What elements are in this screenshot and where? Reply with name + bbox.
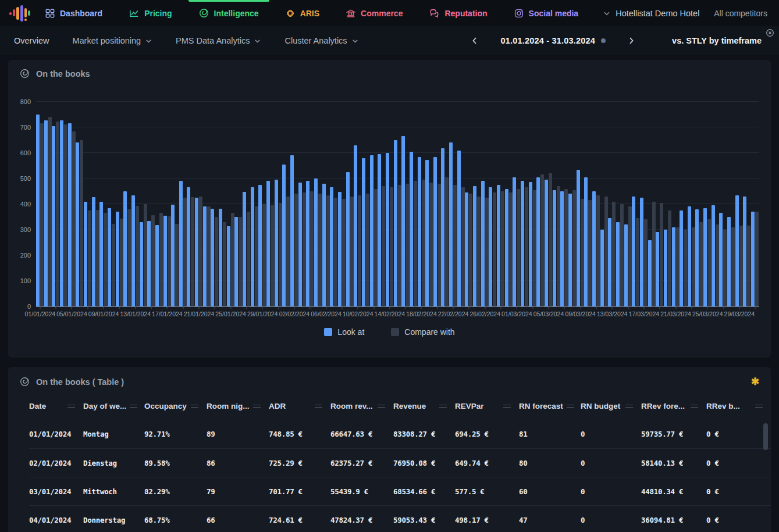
x-axis-tick [135, 306, 136, 309]
look-at-bar [179, 181, 183, 306]
bar-group [140, 102, 147, 306]
column-header-room-rev[interactable]: Room rev... [330, 402, 393, 420]
hotellistat-logo[interactable] [8, 3, 28, 23]
column-menu-icon[interactable] [755, 403, 763, 409]
look-at-bar [536, 177, 540, 306]
look-at-bar [712, 205, 715, 306]
table-cell: 92.71% [144, 420, 207, 448]
remove-compare-button[interactable] [766, 28, 774, 37]
x-axis-tick [72, 306, 72, 309]
all-competitors-selector[interactable]: All competitors [714, 9, 767, 18]
subnav-overview[interactable]: Overview [14, 36, 49, 45]
legend-label: Look at [337, 327, 364, 337]
look-at-bar [505, 189, 508, 306]
next-period-button[interactable] [623, 33, 639, 49]
table-cell: 66647.63 € [330, 420, 393, 448]
x-axis-tick-label: 05/03/2024 [533, 310, 564, 317]
hotel-selector[interactable]: Hotellistat Demo Hotel [603, 9, 699, 18]
compare-with-bar [168, 216, 171, 306]
column-header-rrev-b[interactable]: RRev b... [706, 402, 771, 420]
column-menu-icon[interactable] [625, 403, 633, 409]
column-header-occupancy[interactable]: Occupancy [144, 402, 207, 420]
column-menu-icon[interactable] [439, 403, 447, 409]
x-axis-tick [167, 306, 168, 309]
compare-with-bar [318, 194, 322, 306]
tab-intelligence[interactable]: Intelligence [199, 0, 259, 26]
tab-dashboard[interactable]: Dashboard [45, 0, 102, 26]
tab-aris[interactable]: ARIS [286, 0, 319, 26]
column-header-revenue[interactable]: Revenue [393, 402, 455, 420]
column-header-rn-budget[interactable]: RN budget [581, 402, 641, 420]
compare-with-bar [104, 213, 107, 306]
date-range-display[interactable]: 01.01.2024 - 31.03.2024 [489, 36, 617, 45]
tab-label: Social media [529, 9, 579, 18]
compare-with-bar [374, 189, 378, 306]
compare-with-bar [604, 197, 608, 306]
look-at-bar [727, 217, 731, 306]
tab-social-media[interactable]: Social media [514, 0, 579, 26]
tab-reputation[interactable]: Reputation [429, 0, 487, 26]
column-header-room-nig[interactable]: Room nig... [207, 402, 269, 420]
chevron-left-icon [470, 36, 479, 45]
column-menu-icon[interactable] [67, 403, 75, 409]
table-row: 01/01/2024Montag92.71%89748.85 €66647.63… [29, 420, 771, 448]
column-menu-icon[interactable] [567, 403, 574, 409]
table-cell: Mittwoch [83, 477, 144, 505]
compare-mode-chip[interactable]: vs. STLY by timeframe [672, 36, 762, 45]
subnav-pms-data-analytics[interactable]: PMS Data Analytics [176, 36, 261, 45]
legend-compare-with[interactable]: Compare with [391, 327, 454, 337]
look-at-bar [449, 142, 453, 306]
look-at-bar [354, 145, 357, 306]
column-header-rn-forecast[interactable]: RN forecast [519, 402, 581, 420]
legend-look-at[interactable]: Look at [324, 327, 364, 337]
x-axis-tick [326, 306, 326, 309]
chart-panel-title: On the books [36, 69, 90, 78]
column-menu-icon[interactable] [253, 403, 261, 409]
notes-asterisk-icon[interactable]: ✱ [751, 376, 759, 388]
bar-group [712, 102, 719, 306]
bar-group [163, 102, 171, 306]
compare-with-bar [636, 218, 639, 306]
column-header-adr[interactable]: ADR [269, 402, 330, 420]
bank-icon [346, 9, 355, 18]
compare-with-bar [747, 226, 750, 306]
look-at-bar [84, 202, 87, 306]
intelligence-swirl-icon [199, 8, 209, 18]
table-vertical-scrollbar[interactable] [763, 423, 768, 450]
bar-group [553, 102, 560, 306]
column-header-date[interactable]: Date [29, 402, 83, 420]
previous-period-button[interactable] [467, 33, 483, 49]
column-menu-icon[interactable] [691, 403, 698, 409]
look-at-bar [640, 198, 643, 306]
compare-with-bar [326, 195, 330, 306]
column-menu-icon[interactable] [503, 403, 511, 409]
x-axis-tick-label: 13/01/2024 [120, 310, 151, 317]
column-menu-icon[interactable] [315, 403, 322, 409]
compare-with-bar [469, 194, 472, 306]
tab-commerce[interactable]: Commerce [346, 0, 403, 26]
table-cell: 0 € [706, 506, 771, 532]
column-menu-icon[interactable] [130, 403, 137, 409]
column-header-rrev-fore[interactable]: RRev fore... [641, 402, 706, 420]
legend-label: Compare with [404, 327, 454, 337]
tab-pricing[interactable]: Pricing [129, 0, 172, 26]
table-header-row: DateDay of we...OccupancyRoom nig...ADRR… [29, 402, 771, 420]
look-at-bar [314, 178, 318, 306]
subnav-cluster-analytics[interactable]: Cluster Analytics [284, 36, 358, 45]
compare-with-bar [310, 191, 314, 306]
x-axis-tick-label: 01/03/2024 [501, 310, 532, 317]
bar-group [608, 102, 616, 306]
compare-with-bar [533, 190, 536, 306]
x-axis-tick-label: 13/03/2024 [597, 310, 628, 317]
column-menu-icon[interactable] [191, 403, 198, 409]
column-header-revpar[interactable]: REVPar [455, 402, 519, 420]
look-at-bar [664, 230, 667, 306]
look-at-bar [195, 198, 198, 306]
x-axis-tick-label: 22/02/2024 [438, 310, 469, 317]
column-menu-icon[interactable] [378, 403, 385, 409]
look-at-bar [76, 142, 79, 306]
subnav-market-positioning[interactable]: Market positioning [72, 36, 152, 45]
compare-with-bar [429, 183, 433, 306]
look-at-bar [433, 157, 437, 306]
column-header-day-of-we[interactable]: Day of we... [83, 402, 144, 420]
